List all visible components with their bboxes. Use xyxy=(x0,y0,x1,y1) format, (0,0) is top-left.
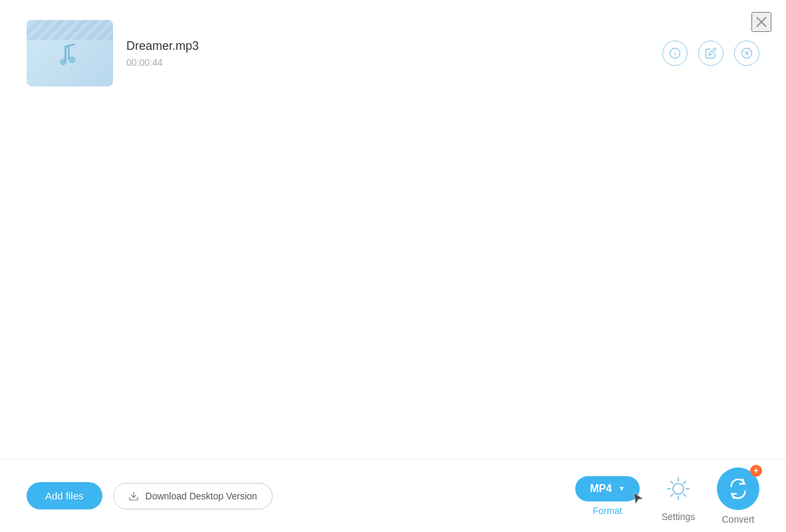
cursor-icon xyxy=(630,491,646,507)
convert-section: + Convert xyxy=(717,467,759,525)
format-section: MP4 ▼ Format xyxy=(575,476,640,516)
toolbar-right: MP4 ▼ Format Settings xyxy=(575,467,759,525)
file-item: Dreamer.mp3 00:00:44 xyxy=(27,20,759,86)
svg-point-3 xyxy=(68,57,75,63)
edit-button[interactable] xyxy=(698,41,723,66)
bottom-toolbar: Add files Download Desktop Version MP4 ▼ xyxy=(0,459,786,532)
settings-button[interactable] xyxy=(660,470,697,507)
download-desktop-label: Download Desktop Version xyxy=(146,491,257,501)
remove-button[interactable] xyxy=(734,41,759,66)
file-thumbnail xyxy=(27,20,113,86)
download-icon xyxy=(128,491,139,501)
settings-label: Settings xyxy=(662,511,696,522)
app-container: Dreamer.mp3 00:00:44 xyxy=(0,0,786,532)
settings-section: Settings xyxy=(660,470,697,522)
file-duration: 00:00:44 xyxy=(126,57,199,68)
download-desktop-button[interactable]: Download Desktop Version xyxy=(113,483,273,509)
convert-button[interactable]: + xyxy=(717,467,759,510)
chevron-down-icon: ▼ xyxy=(618,485,625,492)
format-button-label: MP4 xyxy=(590,483,612,495)
file-info: Dreamer.mp3 00:00:44 xyxy=(126,39,199,68)
gear-icon xyxy=(661,471,696,506)
main-content: Dreamer.mp3 00:00:44 xyxy=(0,0,786,459)
file-actions xyxy=(662,41,759,66)
music-note-icon xyxy=(53,40,86,73)
format-button[interactable]: MP4 ▼ xyxy=(575,476,640,501)
close-window-button[interactable] xyxy=(751,12,771,32)
add-files-button[interactable]: Add files xyxy=(27,482,102,509)
convert-label: Convert xyxy=(721,514,754,525)
convert-icon xyxy=(727,477,749,500)
format-label: Format xyxy=(592,505,622,516)
info-button[interactable] xyxy=(662,41,688,66)
file-name: Dreamer.mp3 xyxy=(126,39,199,53)
svg-point-13 xyxy=(673,483,684,494)
toolbar-left: Add files Download Desktop Version xyxy=(27,482,273,509)
convert-badge: + xyxy=(750,465,762,477)
